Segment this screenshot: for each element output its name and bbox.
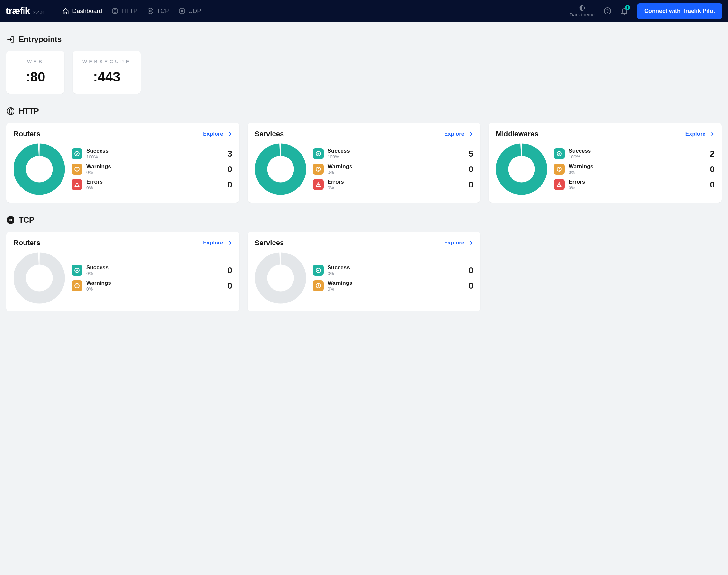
check-circle-icon [313,265,324,276]
http-routers-card: Routers Explore Success100% 3 [6,123,239,203]
svg-point-23 [559,170,559,170]
legend-label: Warnings [327,280,462,286]
donut-chart [255,252,306,304]
explore-link[interactable]: Explore [444,131,473,137]
legend-errors: Errors0% 0 [313,179,474,191]
arrow-right-icon [708,131,715,137]
arrow-right-icon [467,240,473,246]
http-services-card: Services Explore Success100% 5 [248,123,481,203]
theme-toggle[interactable]: Dark theme [569,5,595,18]
legend-pct: 0% [86,271,221,276]
explore-label: Explore [444,131,464,137]
legend-count: 0 [465,180,473,190]
connect-pilot-button[interactable]: Connect with Traefik Pilot [637,3,722,19]
check-circle-icon [313,148,324,159]
legend-warnings: Warnings0% 0 [71,280,232,292]
legend-label: Warnings [568,163,703,170]
legend-label: Errors [86,179,221,185]
nav-udp-label: UDP [188,7,201,14]
legend: Success0% 0 Warnings0% 0 [313,265,474,292]
svg-point-17 [318,170,318,170]
entrypoints-row: WEB :80 WEBSECURE :443 [6,51,722,94]
legend-pct: 0% [86,185,221,191]
section-http-title: HTTP [6,107,722,116]
legend-label: Errors [327,179,462,185]
app-logo: træfik [6,6,30,16]
card-title: Services [255,239,284,247]
globe-icon [112,8,118,14]
tcp-cards-row: Routers Explore Success0% 0 [6,232,722,311]
section-http-label: HTTP [19,107,39,116]
svg-point-11 [77,170,77,170]
legend-success: Success0% 0 [313,265,474,276]
legend-count: 0 [224,265,232,275]
explore-link[interactable]: Explore [444,240,473,246]
app-version: 2.4.8 [33,9,44,15]
legend-count: 0 [224,180,232,190]
nav-udp[interactable]: UDP [179,7,201,14]
donut-chart [496,143,547,195]
legend-count: 0 [465,164,473,174]
top-navbar: træfik 2.4.8 Dashboard HTTP TCP UDP Dark… [0,0,728,22]
nav-http[interactable]: HTTP [112,7,138,14]
circle-arrows-icon [6,216,15,224]
help-button[interactable] [604,7,612,15]
card-title: Routers [13,239,40,247]
legend-label: Success [86,148,221,154]
legend-pct: 0% [86,170,221,175]
legend-success: Success0% 0 [71,265,232,276]
nav-dashboard-label: Dashboard [72,7,102,14]
legend-count: 0 [707,164,715,174]
http-cards-row: Routers Explore Success100% 3 [6,123,722,203]
legend-count: 0 [465,281,473,291]
section-entrypoints-label: Entrypoints [19,35,62,44]
legend: Success100% 5 Warnings0% 0 Errors0% 0 [313,148,474,191]
nav-dashboard[interactable]: Dashboard [63,7,102,14]
tcp-services-card: Services Explore Success0% 0 [248,232,481,311]
brand: træfik 2.4.8 [6,6,44,16]
legend-label: Success [86,265,221,271]
explore-link[interactable]: Explore [203,131,232,137]
section-tcp-title: TCP [6,215,722,225]
explore-link[interactable]: Explore [203,240,232,246]
notifications-button[interactable]: 1 [620,7,628,15]
alert-triangle-icon [313,179,324,190]
svg-point-18 [318,186,318,186]
legend-label: Warnings [86,163,221,170]
svg-point-33 [318,287,318,287]
svg-point-5 [607,12,608,13]
entrypoint-card-web[interactable]: WEB :80 [6,51,64,94]
explore-link[interactable]: Explore [686,131,715,137]
alert-circle-icon [554,164,565,175]
legend-count: 0 [224,281,232,291]
arrow-right-icon [226,240,232,246]
check-circle-icon [554,148,565,159]
nav-tcp-label: TCP [157,7,169,14]
legend: Success0% 0 Warnings0% 0 [71,265,232,292]
legend-pct: 100% [86,154,221,160]
card-title: Services [255,130,284,138]
nav-links: Dashboard HTTP TCP UDP [63,7,201,14]
legend-label: Warnings [327,163,462,170]
section-entrypoints-title: Entrypoints [6,35,722,44]
entrypoint-card-websecure[interactable]: WEBSECURE :443 [73,51,141,94]
check-circle-icon [71,148,82,159]
svg-point-30 [261,258,300,297]
legend-warnings: Warnings0% 0 [313,280,474,292]
entrypoint-port: :80 [16,69,55,85]
legend-count: 2 [707,149,715,159]
legend-pct: 0% [568,185,703,191]
nav-tcp[interactable]: TCP [147,7,169,14]
legend-warnings: Warnings0% 0 [71,163,232,175]
legend-label: Errors [568,179,703,185]
login-icon [6,35,15,43]
explore-label: Explore [203,240,223,246]
circle-arrows-icon [179,8,185,14]
legend-pct: 0% [327,271,462,276]
legend-pct: 0% [568,170,703,175]
legend-count: 0 [224,164,232,174]
svg-point-12 [77,186,77,186]
legend-count: 0 [465,265,473,275]
legend-label: Success [327,148,462,154]
legend-pct: 0% [327,170,462,175]
